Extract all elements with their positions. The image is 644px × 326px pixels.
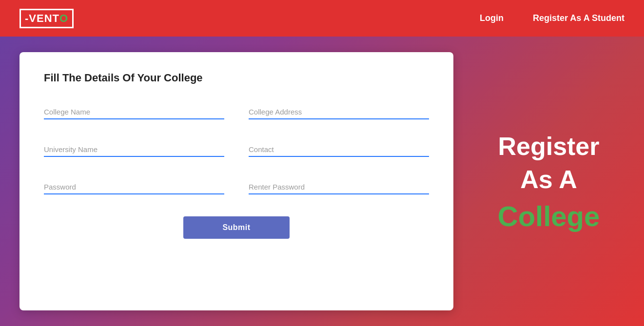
right-college: College — [498, 200, 600, 232]
right-line1: Register — [498, 132, 599, 160]
right-line2: As A — [520, 165, 577, 193]
college-address-input[interactable] — [249, 104, 429, 119]
college-name-field — [44, 104, 224, 119]
right-panel: Register As A College — [473, 130, 624, 232]
logo-box: -VENTO — [20, 9, 74, 28]
logo-o: O — [59, 12, 68, 25]
navbar: -VENTO Login Register As A Student — [0, 0, 644, 37]
university-name-field — [44, 141, 224, 157]
renter-password-field — [249, 179, 429, 194]
form-row-1 — [44, 104, 429, 119]
main-content: Fill The Details Of Your College — [0, 37, 644, 326]
submit-row: Submit — [44, 216, 429, 239]
college-address-field — [249, 104, 429, 119]
college-name-input[interactable] — [44, 104, 224, 119]
contact-input[interactable] — [249, 141, 429, 157]
university-name-input[interactable] — [44, 141, 224, 157]
submit-button[interactable]: Submit — [183, 216, 289, 239]
nav-links: Login Register As A Student — [480, 13, 624, 23]
renter-password-input[interactable] — [249, 179, 429, 194]
register-student-link[interactable]: Register As A Student — [533, 13, 624, 23]
password-field — [44, 179, 224, 194]
form-title: Fill The Details Of Your College — [44, 72, 429, 84]
password-input[interactable] — [44, 179, 224, 194]
logo-text: -VENT — [25, 12, 59, 25]
form-row-3 — [44, 179, 429, 194]
form-row-2 — [44, 141, 429, 157]
logo: -VENTO — [20, 9, 74, 28]
right-title: Register As A — [498, 130, 599, 196]
form-card: Fill The Details Of Your College — [20, 52, 453, 310]
contact-field — [249, 141, 429, 157]
login-link[interactable]: Login — [480, 13, 504, 23]
